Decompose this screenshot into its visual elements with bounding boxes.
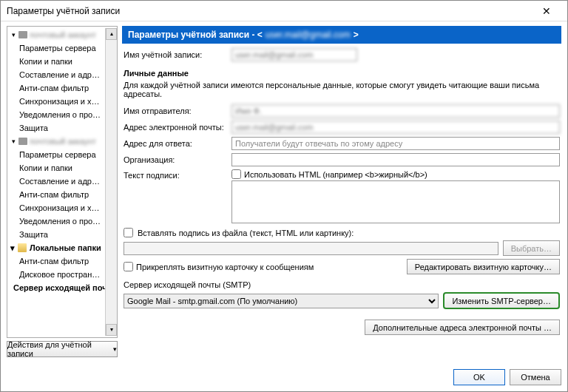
cancel-button[interactable]: Отмена (510, 369, 561, 385)
signature-file-path-input (124, 242, 498, 255)
org-input[interactable] (231, 153, 560, 166)
account-tree: ▾ почтовый аккаунт Параметры сервера Коп… (7, 26, 118, 338)
tree-item-read-receipts[interactable]: Уведомления о прочтении (7, 214, 105, 228)
signature-html-label: Использовать HTML (например <b>жирный</b… (244, 170, 427, 179)
account-name-input[interactable] (231, 48, 357, 61)
signature-html-checkbox[interactable] (231, 169, 241, 179)
account-actions-label: Действия для учётной записи (7, 340, 112, 358)
chevron-down-icon: ▾ (10, 136, 16, 146)
content: Имя учётной записи: Личные данные Для ка… (122, 44, 561, 357)
tree-item-antispam-local[interactable]: Анти-спам фильтр (7, 254, 105, 268)
local-folders-label: Локальные папки (30, 243, 101, 253)
banner-prefix: Параметры учётной записи - < (128, 30, 263, 40)
reply-input[interactable] (231, 137, 560, 150)
signature-textarea[interactable] (231, 180, 560, 223)
smtp-section-label: Сервер исходящей почты (SMTP) (124, 280, 560, 289)
tree-item-security[interactable]: Защита (7, 121, 105, 135)
account-node-1[interactable]: ▾ почтовый аккаунт (7, 28, 105, 41)
tree-item-read-receipts[interactable]: Уведомления о прочтении (7, 108, 105, 121)
titlebar: Параметры учётной записи ✕ (1, 1, 567, 21)
edit-smtp-button[interactable]: Изменить SMTP-сервер… (443, 292, 560, 309)
scroll-down-icon[interactable]: ▾ (106, 324, 117, 336)
account-settings-window: Параметры учётной записи ✕ ▾ почтовый ак… (0, 0, 568, 392)
outgoing-server-label: Сервер исходящей поч… (13, 283, 105, 293)
edit-vcard-button[interactable]: Редактировать визитную карточку… (407, 259, 560, 274)
tree-item-server-params[interactable]: Параметры сервера (7, 41, 105, 55)
tree-scroll[interactable]: ▾ почтовый аккаунт Параметры сервера Коп… (7, 28, 105, 336)
tree-item-composition[interactable]: Составление и адресация (7, 175, 105, 188)
folder-icon (18, 243, 27, 252)
email-label: Адрес электронной почты: (124, 123, 227, 132)
email-input[interactable] (231, 121, 560, 134)
tree-item-antispam[interactable]: Анти-спам фильтр (7, 81, 105, 95)
tree-item-server-params[interactable]: Параметры сервера (7, 148, 105, 161)
account-2-label: почтовый аккаунт (30, 136, 102, 146)
tree-item-sync-storage[interactable]: Синхронизация и хранение (7, 201, 105, 214)
dialog-footer: OK Отмена (1, 363, 567, 391)
reply-label: Адрес для ответа: (124, 139, 227, 148)
org-label: Организация: (124, 155, 227, 164)
mail-icon (18, 138, 27, 145)
chevron-down-icon: ▾ (113, 345, 117, 353)
vcard-label: Прикреплять визитную карточку к сообщени… (136, 263, 314, 271)
account-1-label: почтовый аккаунт (30, 30, 102, 40)
tree-item-copies-folders[interactable]: Копии и папки (7, 161, 105, 175)
close-icon[interactable]: ✕ (532, 5, 561, 17)
tree-scrollbar[interactable]: ▴ ▾ (105, 28, 117, 336)
chevron-down-icon: ▾ (10, 30, 16, 40)
sender-name-label: Имя отправителя: (124, 107, 227, 115)
personal-section-title: Личные данные (124, 69, 560, 78)
signature-file-checkbox[interactable] (124, 228, 133, 237)
ok-button[interactable]: OK (453, 369, 505, 385)
tree-item-sync-storage[interactable]: Синхронизация и хранение (7, 95, 105, 108)
signature-file-label: Вставлять подпись из файла (текст, HTML … (138, 229, 354, 237)
tree-item-composition[interactable]: Составление и адресация (7, 68, 105, 81)
scroll-up-icon[interactable]: ▴ (106, 28, 117, 40)
tree-item-antispam[interactable]: Анти-спам фильтр (7, 188, 105, 201)
chevron-down-icon: ▾ (10, 243, 15, 253)
scroll-track[interactable] (106, 40, 117, 324)
personal-section-desc: Для каждой учётной записи имеются персон… (124, 81, 560, 98)
browse-button: Выбрать… (503, 240, 560, 256)
sender-name-input[interactable] (231, 104, 560, 118)
account-actions-button[interactable]: Действия для учётной записи ▾ (7, 341, 118, 357)
outgoing-server-node[interactable]: Сервер исходящей поч… (7, 281, 105, 294)
main-panel: Параметры учётной записи - < user.mail@g… (122, 26, 561, 357)
mail-icon (18, 31, 27, 38)
smtp-select[interactable]: Google Mail - smtp.gmail.com (По умолчан… (124, 294, 439, 308)
tree-item-security[interactable]: Защита (7, 228, 105, 241)
tree-item-copies-folders[interactable]: Копии и папки (7, 55, 105, 68)
banner-email: user.mail@gmail.com (266, 30, 351, 40)
signature-label: Текст подписи: (124, 169, 227, 180)
window-title: Параметры учётной записи (7, 6, 532, 16)
panel-banner: Параметры учётной записи - < user.mail@g… (122, 26, 561, 44)
body: ▾ почтовый аккаунт Параметры сервера Коп… (1, 21, 567, 363)
extra-addresses-button[interactable]: Дополнительные адреса электронной почты … (365, 320, 560, 335)
vcard-checkbox[interactable] (124, 262, 133, 271)
banner-suffix: > (354, 30, 359, 40)
sidebar: ▾ почтовый аккаунт Параметры сервера Коп… (7, 26, 118, 357)
account-name-label: Имя учётной записи: (124, 50, 227, 59)
tree-item-disk-space[interactable]: Дисковое пространство (7, 268, 105, 281)
local-folders-node[interactable]: ▾ Локальные папки (7, 241, 105, 254)
account-node-2[interactable]: ▾ почтовый аккаунт (7, 135, 105, 148)
